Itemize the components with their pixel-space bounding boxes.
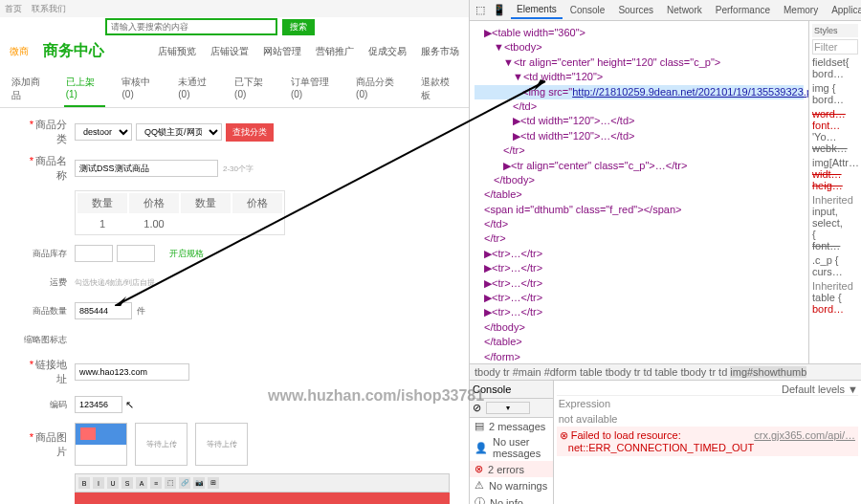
breadcrumb[interactable]: tbodytr#main#dformtabletbodytrtdtabletbo… <box>470 363 861 380</box>
top-bar: 首页 联系我们 <box>0 0 469 17</box>
brand-prefix: 微商 <box>10 45 29 58</box>
label-qty: 商品数量 <box>19 305 67 318</box>
label-stock: 商品库存 <box>19 248 67 260</box>
tab-onsale[interactable]: 已上架(1) <box>64 71 106 107</box>
editor-btn[interactable]: ⊞ <box>208 477 219 489</box>
nav-item[interactable]: 网站管理 <box>263 45 301 58</box>
tab-orders[interactable]: 订单管理(0) <box>289 71 340 107</box>
link-input[interactable] <box>75 363 189 381</box>
enable-spec-link[interactable]: 开启规格 <box>169 248 204 260</box>
ship-note: 勾选快递/物流/到店自提 <box>75 277 155 288</box>
log-level-select[interactable]: Default levels ▼ <box>557 383 858 395</box>
editor-btn[interactable]: I <box>93 477 104 489</box>
label-ship: 运费 <box>19 276 67 289</box>
tab-review[interactable]: 审核中(0) <box>120 71 162 107</box>
devtools-tabs: ⬚ 📱 Elements Console Sources Network Per… <box>470 0 861 21</box>
tab-add[interactable]: 添加商品 <box>10 71 50 107</box>
label-title: *商品名称 <box>19 154 67 183</box>
nav-item[interactable]: 店铺设置 <box>210 45 249 58</box>
qty-unit: 件 <box>137 305 145 318</box>
product-image-1[interactable] <box>75 423 127 466</box>
tab-memory[interactable]: Memory <box>778 2 824 18</box>
header: 微商 商务中心 店铺预览 店铺设置 网站管理 营销推广 促成交易 服务市场 <box>0 36 469 66</box>
msg-filter[interactable]: 👤No user messages <box>470 434 553 461</box>
dom-tree[interactable]: ▶<table width="360"> ▼<tbody> ▼<tr align… <box>470 21 808 363</box>
tab-reject[interactable]: 未通过(0) <box>176 71 218 107</box>
expression-result: not available <box>557 411 858 427</box>
selected-dom-node[interactable]: <img src="http://21810259.9dean.net/2021… <box>475 85 804 99</box>
category-select-2[interactable]: QQ锁主页/网页 <box>136 123 222 141</box>
find-category-button[interactable]: 查找分类 <box>226 123 274 142</box>
inspect-icon[interactable]: ⬚ <box>473 4 488 16</box>
stock-input-1[interactable] <box>75 245 113 262</box>
tab-category[interactable]: 商品分类(0) <box>354 71 405 107</box>
product-tabs: 添加商品 已上架(1) 审核中(0) 未通过(0) 已下架(0) 订单管理(0)… <box>0 71 469 108</box>
product-image-upload[interactable]: 等待上传 <box>195 423 248 466</box>
qty-input[interactable] <box>75 302 132 319</box>
tab-sources[interactable]: Sources <box>612 2 659 18</box>
editor-btn[interactable]: 📷 <box>193 477 205 489</box>
editor-btn[interactable]: ⬚ <box>165 477 176 489</box>
console-drawer: Console ⊘▾ ▤2 messages 👤No user messages… <box>470 380 861 504</box>
nav-item[interactable]: 店铺预览 <box>158 45 196 58</box>
spec-price[interactable]: 1.00 <box>129 215 179 232</box>
label-link: *链接地址 <box>19 358 67 386</box>
top-tab[interactable]: 联系我们 <box>32 3 66 15</box>
console-tab[interactable]: Console <box>473 383 511 395</box>
brand-logo: 商务中心 <box>43 41 104 61</box>
tab-network[interactable]: Network <box>661 2 708 18</box>
expression-label: Expression <box>559 398 610 409</box>
clear-icon[interactable]: ⊘ <box>473 402 481 414</box>
devtools-panel: ⬚ 📱 Elements Console Sources Network Per… <box>469 0 861 504</box>
msg-filter[interactable]: ▤2 messages <box>470 418 553 434</box>
tab-application[interactable]: Application <box>826 2 861 18</box>
editor-btn[interactable]: 🔗 <box>179 477 190 489</box>
editor-content[interactable]: 安全联盟官网认证 8大平台认可 <box>75 493 450 504</box>
nav-item[interactable]: 营销推广 <box>316 45 354 58</box>
tab-console[interactable]: Console <box>564 2 611 18</box>
spec-qty[interactable]: 1 <box>77 215 127 232</box>
code-input[interactable] <box>75 396 122 413</box>
tab-performance[interactable]: Performance <box>710 2 776 18</box>
msg-filter-errors[interactable]: ⊗2 errors <box>470 461 553 477</box>
editor-btn[interactable]: A <box>136 477 147 489</box>
nav-item[interactable]: 促成交易 <box>368 45 407 58</box>
label-category: *商品分类 <box>19 118 67 146</box>
top-tab[interactable]: 首页 <box>5 3 22 15</box>
label-images: *商品图片 <box>19 430 67 459</box>
msg-filter[interactable]: ⚠No warnings <box>470 477 553 493</box>
search-button[interactable]: 搜索 <box>282 19 315 35</box>
msg-filter[interactable]: ⓘNo info <box>470 493 553 504</box>
console-error[interactable]: ⊗ Failed to load resource: net::ERR_CONN… <box>557 427 858 456</box>
category-select-1[interactable]: destoon <box>75 123 132 141</box>
editor-btn[interactable]: B <box>78 477 90 489</box>
search-input[interactable] <box>105 18 277 35</box>
device-icon[interactable]: 📱 <box>490 4 509 16</box>
tab-elements[interactable]: Elements <box>511 1 563 19</box>
editor-btn[interactable]: U <box>107 477 119 489</box>
search-bar: 搜索 <box>0 17 469 36</box>
editor-btn[interactable]: ≡ <box>150 477 162 489</box>
product-image-upload[interactable]: 等待上传 <box>135 423 188 466</box>
stock-input-2[interactable] <box>117 245 155 262</box>
app-panel: 首页 联系我们 搜索 微商 商务中心 店铺预览 店铺设置 网站管理 营销推广 促… <box>0 0 469 504</box>
nav-item[interactable]: 服务市场 <box>421 45 459 58</box>
cursor-icon: ↖ <box>125 399 134 411</box>
styles-pane[interactable]: Styles Filter fieldset{bord… img {bord… … <box>808 21 861 363</box>
title-hint: 2-30个字 <box>223 164 254 174</box>
spec-table: 数量价格数量价格 11.00 <box>75 190 285 235</box>
title-input[interactable] <box>75 160 218 177</box>
tab-refund[interactable]: 退款模板 <box>419 71 459 107</box>
label-thumb: 缩略图标志 <box>19 334 67 346</box>
label-code: 编码 <box>19 399 67 411</box>
product-form: *商品分类 destoon QQ锁主页/网页 查找分类 *商品名称 2-30个字… <box>0 108 469 504</box>
tab-offsale[interactable]: 已下架(0) <box>232 71 275 107</box>
error-source-link[interactable]: crx.gjx365.com/api/… <box>754 429 855 453</box>
styles-header: Styles <box>812 24 858 37</box>
editor-toolbar: BIUSA≡⬚🔗📷⊞ <box>75 473 450 493</box>
editor-btn[interactable]: S <box>121 477 133 489</box>
